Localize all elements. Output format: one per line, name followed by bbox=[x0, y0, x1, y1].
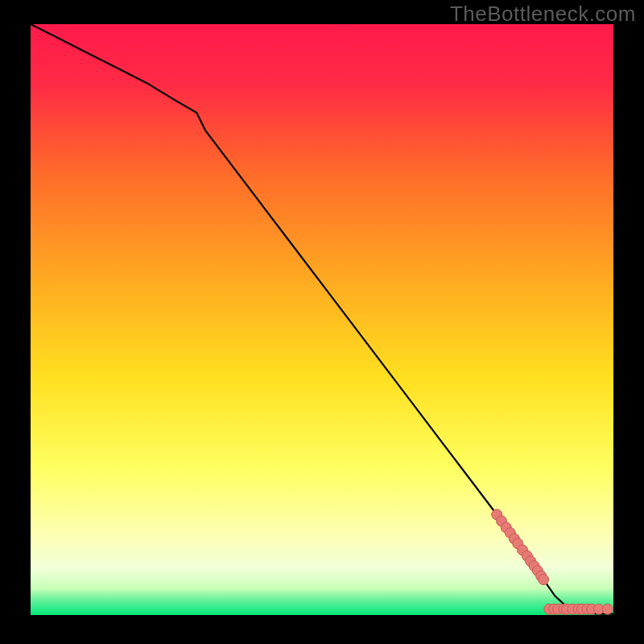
plot-area bbox=[31, 24, 613, 615]
gradient-background bbox=[31, 24, 613, 615]
bottleneck-chart bbox=[31, 24, 613, 615]
watermark-text: TheBottleneck.com bbox=[450, 2, 636, 27]
chart-frame: TheBottleneck.com bbox=[0, 0, 644, 644]
data-point bbox=[539, 574, 549, 584]
data-point bbox=[602, 604, 613, 614]
